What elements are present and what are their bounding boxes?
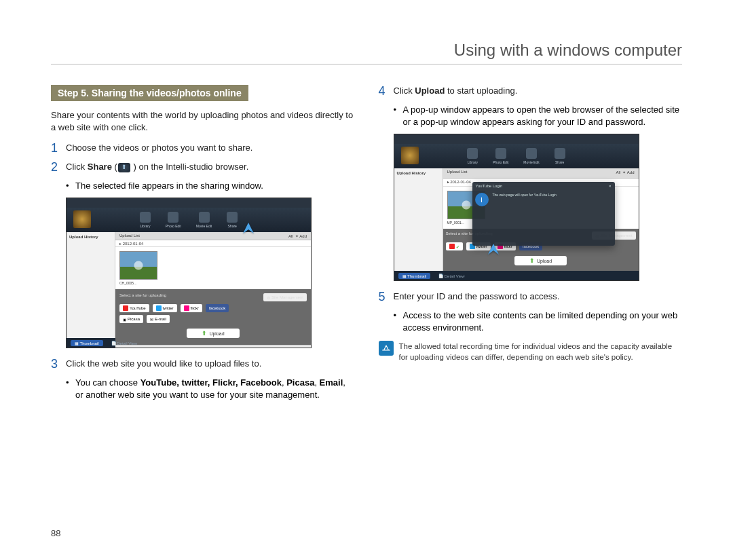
ss-tab-header: Upload List All ✦ Add <box>443 168 639 179</box>
ss-thumb-label: CH_0005... <box>119 281 307 285</box>
popup-body: i The web page will open for YouTube Log… <box>472 190 615 209</box>
step-2-bullet: • The selected file appears in the shari… <box>66 180 355 192</box>
ss-tool-library[interactable]: Library <box>140 212 151 228</box>
ss-pc-indicator: 💻 PC <box>115 345 311 348</box>
step-3: 3 Click the web site you would like to u… <box>51 358 355 371</box>
manual-page: Using with a windows computer Step 5. Sh… <box>0 0 733 560</box>
note-icon <box>379 341 394 356</box>
screenshot-share-window: Library Photo Edit Movie Edit Share Uplo… <box>66 198 312 348</box>
ss-thumbnail-view-button[interactable]: ▦ Thumbnail <box>71 340 103 346</box>
policy-note: The allowed total recording time for ind… <box>379 341 683 362</box>
popup-close-icon[interactable]: × <box>609 184 612 188</box>
ss-site-mgmt-button[interactable]: ⚙ Site Management <box>263 293 307 301</box>
ss-tab-title: Upload List <box>119 234 140 238</box>
step-number: 3 <box>51 358 66 371</box>
bullet-text: Access to the web site contents can be l… <box>403 310 683 334</box>
share-icon: ⬆ <box>118 163 130 172</box>
step-number: 5 <box>379 291 394 304</box>
ss-titlebar <box>67 198 311 208</box>
chip-youtube[interactable]: ✔ <box>446 242 463 250</box>
callout-arrow-icon <box>485 241 502 257</box>
bullet-text: A pop-up window appears to open the web … <box>403 104 683 128</box>
ss-tool-photo-edit[interactable]: Photo Edit <box>493 148 508 164</box>
chip-picasa[interactable]: ◉ Picasa <box>119 315 143 323</box>
step-4-bullet: • A pop-up window appears to open the we… <box>394 104 683 128</box>
ss-thumbnail-view-button[interactable]: ▦ Thumbnail <box>398 273 431 279</box>
intro-paragraph: Share your contents with the world by up… <box>51 109 355 134</box>
bullet-text: The selected file appears in the sharing… <box>75 180 263 192</box>
step-1: 1 Choose the videos or photos you want t… <box>51 142 355 155</box>
popup-titlebar: YouTube Login × <box>472 182 615 190</box>
chip-facebook[interactable]: facebook <box>206 304 229 312</box>
popup-site-row <box>472 209 615 212</box>
ss-side-title: Upload History <box>397 171 426 175</box>
ss-toolbar: Library Photo Edit Movie Edit Share <box>67 208 311 232</box>
ss-thumbnail[interactable] <box>119 251 157 280</box>
step-text: Click Upload to start uploading. <box>394 85 518 97</box>
chip-flickr[interactable]: flickr <box>181 304 202 312</box>
ss-titlebar <box>394 134 639 144</box>
bullet-dot: • <box>394 104 403 128</box>
page-number: 88 <box>51 528 60 538</box>
step-3-bullet: • You can choose YouTube, twitter, Flick… <box>66 377 355 401</box>
ss-upload-row: ⬆Upload <box>119 326 307 341</box>
step-text: Enter your ID and the password to access… <box>394 291 560 303</box>
ss-sidebar: Upload History <box>67 232 115 338</box>
ss-detail-view-button[interactable]: 📄 Detail View <box>434 273 469 279</box>
text-fragment: ) on the Intelli-studio browser. <box>131 162 248 172</box>
text-fragment: ( <box>112 162 117 172</box>
chip-youtube[interactable]: YouTube <box>119 304 149 312</box>
ss-tab-title: Upload List <box>447 170 468 176</box>
note-text: The allowed total recording time for ind… <box>399 341 683 362</box>
step-banner: Step 5. Sharing the videos/photos online <box>51 85 248 101</box>
left-column: Step 5. Sharing the videos/photos online… <box>51 85 355 405</box>
chip-email[interactable]: ✉ E-mail <box>147 315 170 323</box>
ss-site-row-2: ◉ Picasa ✉ E-mail <box>119 315 307 323</box>
popup-message: The web page will open for YouTube Login <box>493 193 557 206</box>
ss-bottom-bar: ▦ Thumbnail 📄 Detail View <box>394 271 639 280</box>
ss-main-area: Upload List All ✦ Add ▸ 2012-01-04 CH_00… <box>115 232 311 338</box>
screenshot-upload-popup: Library Photo Edit Movie Edit Share Uplo… <box>394 134 639 281</box>
ss-tool-photo-edit[interactable]: Photo Edit <box>166 212 181 228</box>
ss-brand-logo <box>73 210 91 228</box>
two-column-layout: Step 5. Sharing the videos/photos online… <box>51 85 682 405</box>
ss-date-row[interactable]: ▸ 2012-01-04 <box>115 240 311 247</box>
page-title: Using with a windows computer <box>51 41 682 64</box>
ss-tool-movie-edit[interactable]: Movie Edit <box>523 148 539 164</box>
step-text: Click the web site you would like to upl… <box>66 358 261 370</box>
ss-site-selector: Select a site for uploading ⚙ Site Manag… <box>115 289 311 345</box>
step-5: 5 Enter your ID and the password to acce… <box>379 291 683 304</box>
bullet-dot: • <box>394 310 403 334</box>
ss-tool-share[interactable]: Share <box>227 212 238 228</box>
ss-tab-right: All ✦ Add <box>288 234 307 238</box>
ss-tool-share[interactable]: Share <box>555 148 565 164</box>
ss-tool-library[interactable]: Library <box>467 148 478 164</box>
chip-twitter[interactable]: twitter <box>153 304 177 312</box>
ss-detail-view-button[interactable]: 📄 Detail View <box>107 340 142 346</box>
ss-toolbar: Library Photo Edit Movie Edit Share <box>394 144 639 168</box>
callout-arrow-icon <box>240 220 257 236</box>
step-number: 4 <box>379 85 394 98</box>
ss-body: Upload History Upload List All ✦ Add ▸ 2… <box>67 232 311 338</box>
info-icon: i <box>475 193 489 206</box>
step-text: Click Share (⬆ ) on the Intelli-studio b… <box>66 161 248 173</box>
ss-login-popup: YouTube Login × i The web page will open… <box>472 182 615 246</box>
ss-select-label: Select a site for uploading <box>119 293 166 301</box>
right-column: 4 Click Upload to start uploading. • A p… <box>379 85 683 405</box>
ss-site-row: YouTube twitter flickr facebook <box>119 304 307 312</box>
ss-thumb-area: CH_0005... <box>115 247 311 289</box>
bold-share: Share <box>88 162 112 172</box>
ss-upload-row: ⬆Upload <box>446 253 636 268</box>
step-text: Choose the videos or photos you want to … <box>66 142 252 154</box>
ss-upload-button[interactable]: ⬆Upload <box>514 256 567 265</box>
ss-sidebar: Upload History <box>394 168 443 271</box>
ss-upload-button[interactable]: ⬆Upload <box>187 329 239 338</box>
ss-tab-header: Upload List All ✦ Add <box>115 232 311 240</box>
ss-side-title: Upload History <box>69 235 98 239</box>
step-number: 2 <box>51 161 66 174</box>
step-2: 2 Click Share (⬆ ) on the Intelli-studio… <box>51 161 355 174</box>
step-4: 4 Click Upload to start uploading. <box>379 85 683 98</box>
bullet-dot: • <box>66 180 75 192</box>
ss-tool-movie-edit[interactable]: Movie Edit <box>196 212 212 228</box>
bullet-text: You can choose YouTube, twitter, Flickr,… <box>75 377 355 401</box>
